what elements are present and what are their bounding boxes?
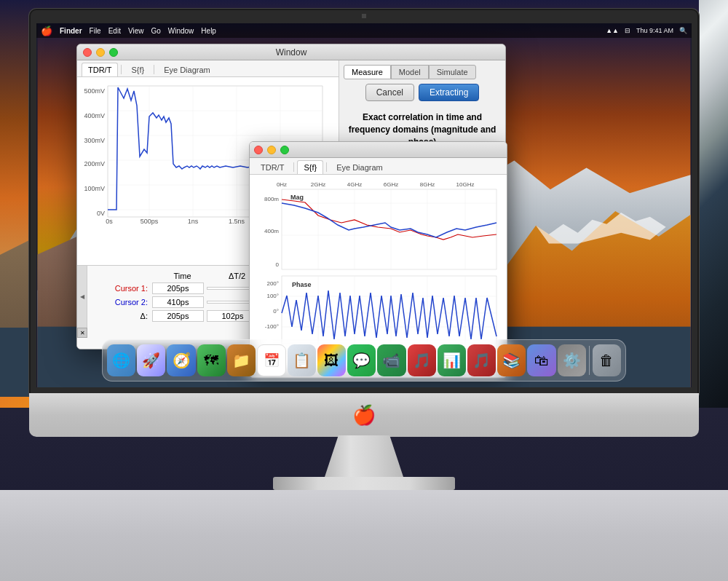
monitor-base bbox=[273, 477, 455, 490]
cursor2-value[interactable]: 410ps bbox=[152, 296, 204, 308]
monitor-stand-neck bbox=[324, 435, 404, 479]
sf-max[interactable] bbox=[280, 146, 289, 154]
menubar: 🍎 Finder File Edit View Go Window Help ▲… bbox=[36, 23, 692, 38]
svg-text:10GHz: 10GHz bbox=[456, 181, 475, 188]
sf-titlebar bbox=[250, 142, 507, 158]
dock-icon-photos[interactable]: 🖼 bbox=[317, 344, 346, 376]
minimize-button[interactable] bbox=[96, 48, 105, 57]
dock-icon-music[interactable]: 🎵 bbox=[467, 344, 496, 376]
measure-tab-bar: Measure Model Simulate bbox=[344, 65, 501, 79]
svg-text:100°: 100° bbox=[266, 293, 279, 299]
view-menu[interactable]: View bbox=[128, 27, 144, 35]
svg-text:0V: 0V bbox=[97, 210, 105, 217]
window-menu[interactable]: Window bbox=[168, 27, 194, 35]
main-tab-bar: TDR/T S{f} Eye Diagram bbox=[77, 60, 339, 77]
window-titlebar: Window bbox=[77, 44, 505, 60]
svg-text:2GHz: 2GHz bbox=[311, 181, 325, 188]
dock-icon-notes[interactable]: 📁 bbox=[227, 344, 256, 376]
dock: 🌐 🚀 🧭 🗺 📁 📅 📋 🖼 💬 📹 🎵 📊 🎵 📚 🛍 ⚙️ 🗑 bbox=[102, 339, 626, 382]
svg-text:100mV: 100mV bbox=[84, 185, 105, 192]
file-menu[interactable]: File bbox=[90, 27, 101, 35]
cursor1-label: Cursor 1: bbox=[96, 284, 151, 293]
cursor1-value[interactable]: 205ps bbox=[152, 282, 204, 294]
go-menu[interactable]: Go bbox=[151, 27, 160, 35]
wifi-icon: ▲▲ bbox=[606, 27, 619, 34]
sf-tab-sf[interactable]: S{f} bbox=[297, 160, 323, 174]
svg-text:500mV: 500mV bbox=[84, 87, 105, 95]
sf-tab-eye[interactable]: Eye Diagram bbox=[330, 160, 389, 174]
svg-text:800m: 800m bbox=[264, 196, 279, 202]
col-empty bbox=[100, 272, 155, 280]
svg-text:8GHz: 8GHz bbox=[420, 181, 435, 188]
camera-dot bbox=[362, 14, 366, 18]
sf-tab-bar: TDR/T S{f} Eye Diagram bbox=[250, 158, 507, 175]
tab-tdr[interactable]: TDR/T bbox=[82, 63, 118, 76]
tab-sf[interactable]: S{f} bbox=[124, 63, 151, 76]
close-button[interactable] bbox=[83, 48, 92, 57]
svg-text:400m: 400m bbox=[264, 228, 279, 234]
svg-text:200°: 200° bbox=[266, 280, 279, 287]
svg-text:500ps: 500ps bbox=[141, 218, 159, 225]
svg-text:0s: 0s bbox=[106, 218, 113, 225]
sf-tab-sep bbox=[293, 162, 294, 172]
apple-logo-chin: 🍎 bbox=[352, 404, 376, 427]
svg-text:-100°: -100° bbox=[265, 323, 279, 330]
tab-sep bbox=[121, 65, 122, 74]
dock-icon-trash[interactable]: 🗑 bbox=[593, 344, 621, 376]
action-buttons: Cancel Extracting bbox=[344, 84, 501, 101]
svg-text:300mV: 300mV bbox=[84, 137, 105, 144]
svg-text:1.5ns: 1.5ns bbox=[229, 218, 245, 225]
monitor-chin: 🍎 bbox=[29, 393, 699, 437]
screen-content: 🍎 Finder File Edit View Go Window Help ▲… bbox=[36, 23, 692, 387]
dock-icon-launchpad[interactable]: 🚀 bbox=[137, 344, 165, 376]
dock-icon-maps[interactable]: 🗺 bbox=[197, 344, 226, 376]
edit-menu[interactable]: Edit bbox=[108, 27, 121, 35]
cursor-panel-close[interactable]: ✕ bbox=[77, 328, 87, 338]
dock-icon-sysprefs[interactable]: ⚙️ bbox=[558, 344, 586, 376]
window-title: Window bbox=[276, 47, 307, 58]
monitor-bezel: 🍎 Finder File Edit View Go Window Help ▲… bbox=[29, 9, 699, 395]
dock-icon-appstore[interactable]: 🛍 bbox=[527, 344, 555, 376]
dock-icon-ibooks[interactable]: 📚 bbox=[497, 344, 526, 376]
tab-sep2 bbox=[154, 65, 154, 74]
dock-icon-messages[interactable]: 💬 bbox=[347, 344, 376, 376]
cancel-button[interactable]: Cancel bbox=[365, 84, 414, 101]
svg-rect-45 bbox=[282, 189, 496, 269]
clock: Thu 9:41 AM bbox=[636, 27, 673, 34]
traffic-lights bbox=[83, 48, 118, 57]
svg-text:Phase: Phase bbox=[292, 281, 312, 288]
dock-icon-safari[interactable]: 🧭 bbox=[167, 344, 195, 376]
svg-text:Mag: Mag bbox=[290, 194, 304, 201]
dock-icon-reminders[interactable]: 📋 bbox=[288, 344, 316, 376]
svg-text:6GHz: 6GHz bbox=[384, 181, 398, 188]
delta-value1[interactable]: 205ps bbox=[152, 310, 204, 322]
sf-close[interactable] bbox=[254, 146, 263, 154]
cursor-panel-collapse[interactable]: ◀ bbox=[77, 266, 87, 328]
spotlight-icon[interactable]: 🔍 bbox=[679, 27, 687, 34]
svg-text:0°: 0° bbox=[273, 308, 279, 315]
dock-icon-finder[interactable]: 🌐 bbox=[107, 344, 135, 376]
dock-icon-numbers[interactable]: 📊 bbox=[438, 344, 466, 376]
tab-eye[interactable]: Eye Diagram bbox=[157, 63, 217, 76]
svg-text:200mV: 200mV bbox=[84, 160, 105, 167]
battery-icon: ⊟ bbox=[625, 27, 630, 34]
help-menu[interactable]: Help bbox=[201, 27, 216, 35]
imac-background: 🍎 Finder File Edit View Go Window Help ▲… bbox=[0, 0, 728, 581]
apple-menu-icon[interactable]: 🍎 bbox=[41, 25, 52, 36]
sf-min[interactable] bbox=[267, 146, 276, 154]
dock-separator bbox=[589, 346, 590, 375]
tab-simulate[interactable]: Simulate bbox=[429, 65, 476, 79]
sf-traffic-lights bbox=[254, 146, 289, 154]
sf-tab-tdr[interactable]: TDR/T bbox=[254, 160, 290, 174]
dock-icon-calendar[interactable]: 📅 bbox=[257, 344, 285, 376]
dock-icon-itunes[interactable]: 🎵 bbox=[408, 344, 436, 376]
extracting-button[interactable]: Extracting bbox=[419, 84, 479, 101]
maximize-button[interactable] bbox=[109, 48, 118, 57]
dock-icon-facetime[interactable]: 📹 bbox=[377, 344, 405, 376]
tab-measure[interactable]: Measure bbox=[344, 65, 391, 79]
delta-label: Δ: bbox=[96, 312, 151, 320]
finder-menu[interactable]: Finder bbox=[60, 27, 82, 35]
tab-model[interactable]: Model bbox=[391, 65, 429, 79]
svg-text:0: 0 bbox=[276, 261, 280, 268]
sf-tab-sep2 bbox=[326, 162, 327, 172]
